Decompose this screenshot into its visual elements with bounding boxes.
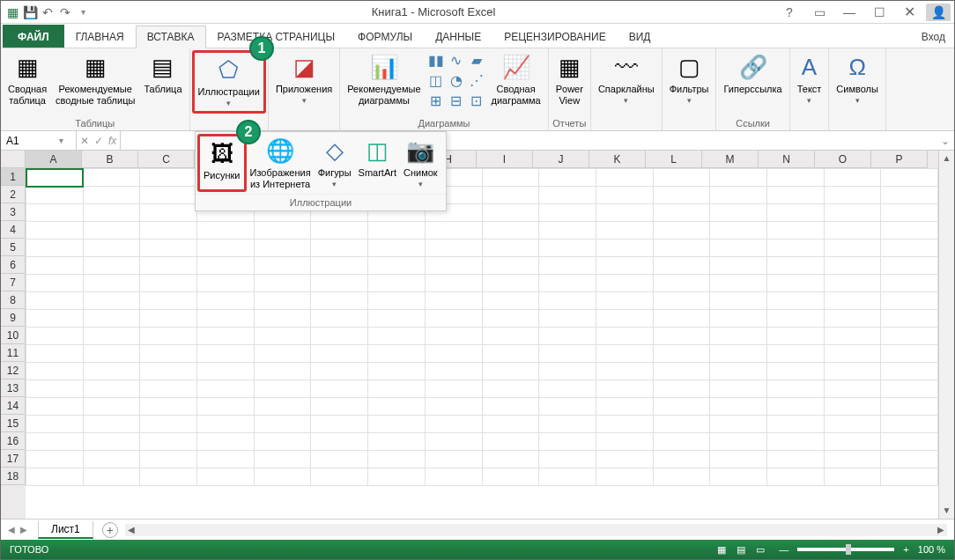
tab-review[interactable]: РЕЦЕНЗИРОВАНИЕ: [492, 25, 617, 48]
row-header-9[interactable]: 9: [1, 309, 26, 327]
combo-chart-icon[interactable]: ⊟: [447, 91, 466, 110]
scroll-up-icon[interactable]: ▲: [939, 151, 954, 166]
powerview-button[interactable]: ▦Power View: [552, 50, 587, 114]
symbols-button[interactable]: ΩСимволы▾: [833, 50, 882, 114]
qat-customize-icon[interactable]: ▾: [75, 4, 91, 20]
row-header-1[interactable]: 1: [1, 168, 26, 186]
col-header-J[interactable]: J: [533, 151, 589, 168]
formula-expand-icon[interactable]: ⌄: [936, 131, 954, 150]
tab-view[interactable]: ВИД: [618, 25, 663, 48]
pivot-table-button[interactable]: ▦Сводная таблица: [4, 50, 50, 114]
tab-layout[interactable]: РАЗМЕТКА СТРАНИЦЫ: [206, 25, 347, 48]
zoom-level[interactable]: 100 %: [918, 544, 945, 555]
col-header-O[interactable]: O: [815, 151, 871, 168]
window-title: Книга1 - Microsoft Excel: [91, 5, 776, 18]
col-header-N[interactable]: N: [759, 151, 815, 168]
group-label-reports: Отчеты: [552, 116, 587, 130]
minimize-icon[interactable]: —: [836, 4, 862, 21]
row-header-7[interactable]: 7: [1, 274, 26, 291]
col-header-A[interactable]: A: [26, 151, 82, 168]
signin-link[interactable]: Вход: [913, 26, 954, 48]
undo-icon[interactable]: ↶: [40, 4, 56, 20]
add-sheet-button[interactable]: +: [102, 522, 118, 538]
pivot-chart-button[interactable]: 📈Сводная диаграмма: [488, 50, 544, 114]
account-icon[interactable]: 👤: [926, 4, 951, 21]
tab-home[interactable]: ГЛАВНАЯ: [64, 25, 136, 48]
col-header-P[interactable]: P: [871, 151, 928, 168]
pictures-button[interactable]: 🖼Рисунки: [197, 134, 247, 192]
table-button[interactable]: ▤Таблица: [140, 50, 185, 114]
row-header-4[interactable]: 4: [1, 221, 26, 239]
row-header-12[interactable]: 12: [1, 362, 26, 379]
illustrations-button[interactable]: ⬠Иллюстрации▾: [192, 50, 266, 114]
scatter-chart-icon[interactable]: ⋰: [467, 70, 486, 90]
select-all-corner[interactable]: [1, 151, 26, 168]
apps-button[interactable]: ◪Приложения▾: [272, 50, 336, 114]
row-header-2[interactable]: 2: [1, 186, 26, 203]
col-header-M[interactable]: M: [702, 151, 759, 168]
view-buttons[interactable]: ▦▤▭: [712, 544, 770, 556]
row-header-10[interactable]: 10: [1, 327, 26, 344]
cancel-icon[interactable]: ✕: [80, 135, 89, 147]
col-header-I[interactable]: I: [477, 151, 533, 168]
pie-chart-icon[interactable]: ◔: [447, 70, 466, 90]
area-chart-icon[interactable]: ▰: [467, 50, 486, 70]
tab-data[interactable]: ДАННЫЕ: [424, 25, 492, 48]
tab-formulas[interactable]: ФОРМУЛЫ: [346, 25, 424, 48]
smartart-button[interactable]: ◫SmartArt: [355, 134, 400, 192]
column-chart-icon[interactable]: ◫: [426, 70, 446, 90]
close-icon[interactable]: ✕: [896, 4, 922, 21]
name-box[interactable]: ▾: [1, 131, 77, 150]
zoom-in-icon[interactable]: +: [903, 544, 908, 555]
sheet-nav[interactable]: ◀▶: [1, 525, 34, 534]
tab-insert[interactable]: ВСТАВКА: [136, 26, 206, 48]
col-header-C[interactable]: C: [138, 151, 195, 168]
name-box-dropdown-icon[interactable]: ▾: [59, 136, 63, 145]
row-header-5[interactable]: 5: [1, 239, 26, 256]
row-header-16[interactable]: 16: [1, 432, 26, 450]
filters-button[interactable]: ▢Фильтры▾: [666, 50, 713, 114]
more-chart-icon[interactable]: ⊡: [467, 91, 486, 110]
enter-icon[interactable]: ✓: [94, 135, 103, 147]
rec-charts-button[interactable]: 📊Рекомендуемые диаграммы: [344, 50, 424, 114]
shapes-button[interactable]: ◇Фигуры▾: [315, 134, 355, 192]
row-header-3[interactable]: 3: [1, 203, 26, 221]
help-icon[interactable]: ?: [776, 4, 803, 21]
online-pictures-button[interactable]: 🌐Изображения из Интернета: [247, 134, 315, 192]
zoom-out-icon[interactable]: —: [779, 544, 788, 555]
row-header-11[interactable]: 11: [1, 344, 26, 362]
scroll-down-icon[interactable]: ▼: [939, 503, 954, 519]
text-button[interactable]: AТекст▾: [794, 50, 825, 114]
cells[interactable]: [26, 168, 938, 519]
row-header-17[interactable]: 17: [1, 450, 26, 468]
ribbon-options-icon[interactable]: ▭: [806, 4, 833, 21]
rec-pivot-button[interactable]: ▦Рекомендуемые сводные таблицы: [52, 50, 138, 114]
row-header-8[interactable]: 8: [1, 291, 26, 309]
save-icon[interactable]: 💾: [22, 4, 38, 20]
sheet-tab-1[interactable]: Лист1: [38, 521, 93, 539]
hyperlink-button[interactable]: 🔗Гиперссылка: [720, 50, 785, 114]
row-header-14[interactable]: 14: [1, 397, 26, 415]
zoom-slider[interactable]: [797, 548, 894, 551]
col-header-L[interactable]: L: [646, 151, 702, 168]
name-box-input[interactable]: [6, 135, 59, 147]
line-chart-icon[interactable]: ∿: [447, 50, 466, 70]
redo-icon[interactable]: ↷: [57, 4, 73, 20]
row-header-15[interactable]: 15: [1, 415, 26, 432]
vertical-scrollbar[interactable]: ▲ ▼: [938, 151, 954, 519]
chart-gallery[interactable]: ▮▮∿▰ ◫◔⋰ ⊞⊟⊡: [426, 50, 486, 110]
stock-chart-icon[interactable]: ⊞: [426, 91, 446, 110]
fx-icon[interactable]: fx: [108, 135, 116, 147]
row-header-6[interactable]: 6: [1, 256, 26, 274]
row-header-18[interactable]: 18: [1, 468, 26, 485]
sparklines-button[interactable]: 〰Спарклайны▾: [595, 50, 658, 114]
bar-chart-icon[interactable]: ▮▮: [426, 50, 446, 70]
col-header-K[interactable]: K: [589, 151, 646, 168]
screenshot-button[interactable]: 📷Снимок▾: [400, 134, 441, 192]
maximize-icon[interactable]: ☐: [866, 4, 892, 21]
tab-file[interactable]: ФАЙЛ: [3, 25, 64, 48]
chevron-down-icon: ▾: [302, 95, 307, 107]
horizontal-scrollbar[interactable]: ◀▶: [125, 524, 947, 536]
row-header-13[interactable]: 13: [1, 379, 26, 397]
col-header-B[interactable]: B: [82, 151, 138, 168]
